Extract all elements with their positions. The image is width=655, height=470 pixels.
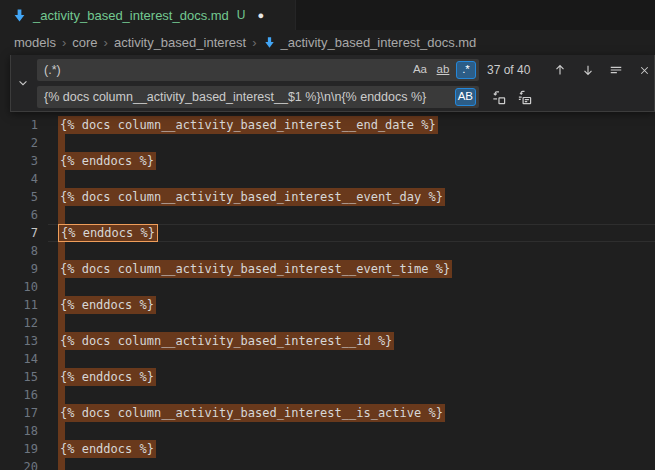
- replace-input[interactable]: {% docs column__activity_based_interest_…: [37, 86, 479, 108]
- find-match-empty: [58, 422, 65, 440]
- breadcrumb-item-models[interactable]: models: [14, 35, 56, 50]
- find-match-empty: [58, 314, 65, 332]
- find-match-empty: [58, 278, 65, 296]
- code-line[interactable]: 9{% docs column__activity_based_interest…: [0, 260, 655, 278]
- find-match-current: {% enddocs %}: [58, 224, 158, 242]
- code-line[interactable]: 12: [0, 314, 655, 332]
- replace-all-icon: [517, 90, 532, 105]
- replace-all-button[interactable]: [515, 88, 533, 106]
- code-line[interactable]: 16: [0, 386, 655, 404]
- line-number: 5: [0, 188, 38, 206]
- next-match-button[interactable]: [579, 61, 597, 79]
- code-line[interactable]: 13{% docs column__activity_based_interes…: [0, 332, 655, 350]
- tab-bar: _activity_based_interest_docs.md U ●: [0, 0, 655, 30]
- find-input-value: (.*): [44, 63, 407, 77]
- replace-button[interactable]: [489, 88, 507, 106]
- line-number: 2: [0, 134, 38, 152]
- find-match: {% docs column__activity_based_interest_…: [58, 404, 445, 422]
- chevron-down-icon: [17, 77, 29, 89]
- find-match: {% docs column__activity_based_interest_…: [58, 332, 394, 350]
- find-match-empty: [58, 170, 65, 188]
- breadcrumb-item-folder[interactable]: activity_based_interest: [114, 35, 246, 50]
- line-number: 7: [0, 224, 38, 242]
- find-match: {% enddocs %}: [58, 296, 156, 314]
- code-line[interactable]: 6: [0, 206, 655, 224]
- find-match-empty: [58, 350, 65, 368]
- whole-word-button[interactable]: ab: [433, 61, 453, 79]
- code-line[interactable]: 10: [0, 278, 655, 296]
- breadcrumb-item-file[interactable]: _activity_based_interest_docs.md: [281, 35, 477, 50]
- code-line[interactable]: 1{% docs column__activity_based_interest…: [0, 116, 655, 134]
- breadcrumb: models › core › activity_based_interest …: [0, 30, 655, 55]
- close-icon: [638, 64, 651, 77]
- find-match-empty: [58, 242, 65, 260]
- toggle-replace-button[interactable]: [11, 55, 35, 111]
- find-match-empty: [58, 458, 65, 470]
- arrow-up-icon: [553, 63, 567, 77]
- code-line[interactable]: 3{% enddocs %}: [0, 152, 655, 170]
- code-line[interactable]: 20: [0, 458, 655, 470]
- replace-input-value: {% docs column__activity_based_interest_…: [44, 90, 452, 104]
- line-number: 13: [0, 332, 38, 350]
- line-number: 17: [0, 404, 38, 422]
- arrow-down-icon: [581, 63, 595, 77]
- code-editor[interactable]: 1{% docs column__activity_based_interest…: [0, 55, 655, 470]
- line-number: 6: [0, 206, 38, 224]
- line-number: 12: [0, 314, 38, 332]
- find-match: {% docs column__activity_based_interest_…: [58, 260, 452, 278]
- line-number: 15: [0, 368, 38, 386]
- line-number: 16: [0, 386, 38, 404]
- match-count: 37 of 40: [487, 63, 539, 77]
- match-case-button[interactable]: Aa: [410, 61, 430, 79]
- breadcrumb-item-core[interactable]: core: [72, 35, 97, 50]
- line-number: 14: [0, 350, 38, 368]
- code-line[interactable]: 2: [0, 134, 655, 152]
- code-line[interactable]: 11{% enddocs %}: [0, 296, 655, 314]
- code-line[interactable]: 5{% docs column__activity_based_interest…: [0, 188, 655, 206]
- find-match-empty: [58, 134, 65, 152]
- selection-lines-icon: [609, 63, 623, 77]
- find-match: {% docs column__activity_based_interest_…: [58, 116, 438, 134]
- line-number: 8: [0, 242, 38, 260]
- find-match: {% enddocs %}: [58, 440, 156, 458]
- line-number: 20: [0, 458, 38, 470]
- line-number: 9: [0, 260, 38, 278]
- code-line[interactable]: 19{% enddocs %}: [0, 440, 655, 458]
- markdown-file-icon: [12, 8, 27, 23]
- line-number: 4: [0, 170, 38, 188]
- replace-icon: [491, 90, 506, 105]
- code-line[interactable]: 17{% docs column__activity_based_interes…: [0, 404, 655, 422]
- line-number: 19: [0, 440, 38, 458]
- line-number: 1: [0, 116, 38, 134]
- line-number: 10: [0, 278, 38, 296]
- chevron-right-icon: ›: [251, 35, 257, 50]
- git-status-badge: U: [237, 8, 246, 22]
- line-number: 3: [0, 152, 38, 170]
- code-line[interactable]: 8: [0, 242, 655, 260]
- code-line[interactable]: 4: [0, 170, 655, 188]
- tab-filename: _activity_based_interest_docs.md: [33, 8, 229, 23]
- chevron-right-icon: ›: [61, 35, 67, 50]
- find-in-selection-button[interactable]: [607, 61, 625, 79]
- find-match-empty: [58, 386, 65, 404]
- preserve-case-button[interactable]: AB: [455, 88, 476, 106]
- code-line[interactable]: 15{% enddocs %}: [0, 368, 655, 386]
- find-match: {% enddocs %}: [58, 368, 156, 386]
- chevron-right-icon: ›: [103, 35, 109, 50]
- markdown-file-icon: [263, 36, 276, 49]
- line-number: 11: [0, 296, 38, 314]
- tab-active-file[interactable]: _activity_based_interest_docs.md U ●: [0, 0, 296, 30]
- line-number: 18: [0, 422, 38, 440]
- code-line[interactable]: 18: [0, 422, 655, 440]
- code-line-current[interactable]: 7{% enddocs %}: [0, 224, 655, 242]
- find-input[interactable]: (.*) Aa ab .*: [37, 59, 479, 81]
- regex-button[interactable]: .*: [456, 61, 476, 79]
- find-match: {% docs column__activity_based_interest_…: [58, 188, 445, 206]
- close-find-button[interactable]: [635, 61, 653, 79]
- previous-match-button[interactable]: [551, 61, 569, 79]
- find-match-empty: [58, 206, 65, 224]
- find-replace-widget: (.*) Aa ab .* 37 of 40 {% docs column__a…: [10, 55, 655, 112]
- find-match: {% enddocs %}: [58, 152, 156, 170]
- unsaved-dot-icon[interactable]: ●: [258, 9, 265, 21]
- code-line[interactable]: 14: [0, 350, 655, 368]
